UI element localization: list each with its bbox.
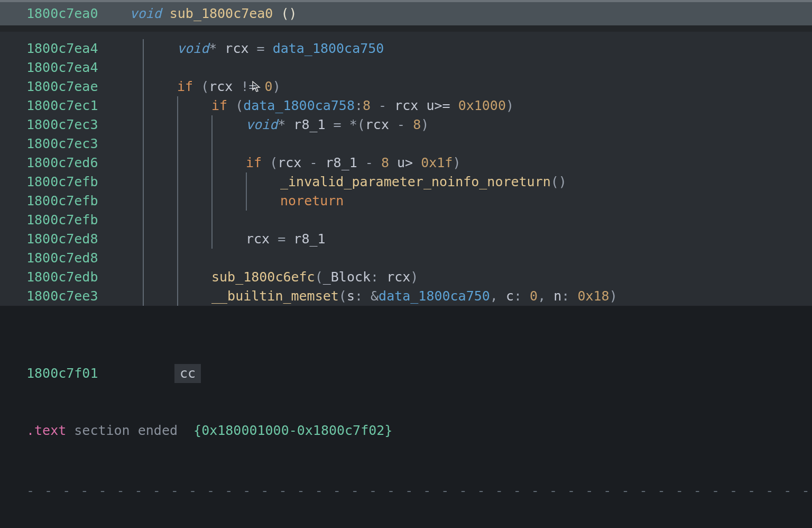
code-line[interactable]: 1800c7ea4 xyxy=(26,58,812,77)
token: data_1800ca750 xyxy=(273,41,384,56)
token: ) xyxy=(453,155,460,170)
code-line[interactable]: 1800c7efb xyxy=(26,211,812,230)
decompile-view[interactable]: 1800c7ea4void* rcx = data_1800ca7501800c… xyxy=(0,32,812,306)
section-end-line: .text section ended {0x180001000-0x1800c… xyxy=(26,421,812,440)
token: ) xyxy=(421,117,429,132)
code-line[interactable]: 1800c7ed8 xyxy=(26,249,812,268)
address: 1800c7ea4 xyxy=(26,58,116,77)
code-line[interactable]: 1800c7edbsub_1800c6efc(_Block: rcx) xyxy=(26,268,812,287)
token: 0 xyxy=(530,288,538,304)
function-name[interactable]: sub_1800c7ea0 xyxy=(170,6,273,21)
token: rcx xyxy=(365,117,397,132)
token: ( xyxy=(193,79,209,94)
code-line[interactable]: 1800c7ec3void* r8_1 = *(rcx - 8) xyxy=(26,115,812,134)
address: 1800c7ed6 xyxy=(26,153,116,172)
code-line[interactable]: 1800c7ed8rcx = r8_1 xyxy=(26,230,812,249)
token: r8_1 xyxy=(326,155,365,170)
code-line[interactable]: 1800c7ee3__builtin_memset(s: &data_1800c… xyxy=(26,287,812,306)
address: 1800c7ed8 xyxy=(26,230,116,249)
token: r8_1 xyxy=(293,117,333,132)
token: - xyxy=(309,155,325,170)
token: = *( xyxy=(334,117,365,132)
token: _Block xyxy=(323,269,371,285)
token: : & xyxy=(355,288,379,304)
token: : xyxy=(355,98,363,113)
address: 1800c7ec3 xyxy=(26,134,116,153)
token: sub_1800c6efc xyxy=(211,269,315,285)
token: ( xyxy=(262,155,278,170)
code-cell: sub_1800c6efc(_Block: rcx) xyxy=(143,268,812,287)
token: - xyxy=(365,155,381,170)
token: ) xyxy=(273,79,281,94)
token: data_1800ca750 xyxy=(379,288,490,304)
token: 0x1000 xyxy=(458,98,506,113)
token: 0x1f xyxy=(421,155,453,170)
token: rcx xyxy=(394,98,426,113)
token: ( xyxy=(339,288,347,304)
code-line[interactable]: 1800c7ea4void* rcx = data_1800ca750 xyxy=(26,39,812,58)
token: : xyxy=(371,269,386,285)
code-cell xyxy=(143,58,812,77)
token: ) xyxy=(610,288,617,304)
token: * xyxy=(209,41,225,56)
address: 1800c7ed8 xyxy=(26,249,116,268)
code-line[interactable]: 1800c7efbnoreturn xyxy=(26,192,812,211)
token: rcx xyxy=(386,269,410,285)
token: : xyxy=(561,288,577,304)
code-line[interactable]: 1800c7ed6if (rcx - r8_1 - 8 u> 0x1f) xyxy=(26,153,812,172)
code-cell: _invalid_parameter_noinfo_noreturn() xyxy=(143,172,812,192)
code-cell: void* r8_1 = *(rcx - 8) xyxy=(143,115,812,134)
address: 1800c7ec3 xyxy=(26,115,116,134)
address: 1800c7ee3 xyxy=(26,287,116,306)
token: u> xyxy=(389,155,421,170)
token: void xyxy=(177,41,209,56)
token: ) xyxy=(506,98,514,113)
return-type: void xyxy=(130,6,161,21)
code-cell: rcx = r8_1 xyxy=(143,230,812,249)
token: 8 xyxy=(413,117,421,132)
token: noreturn xyxy=(280,193,344,208)
token: s xyxy=(347,288,355,304)
code-line[interactable]: 1800c7ec3 xyxy=(26,134,812,153)
address: 1800c7efb xyxy=(26,211,116,230)
code-cell xyxy=(143,211,812,230)
code-cell xyxy=(143,134,812,153)
token: rcx xyxy=(278,155,309,170)
code-cell: if (rcx != 0) xyxy=(143,77,812,96)
address: 1800c7ea4 xyxy=(26,39,116,58)
opcode-byte: cc xyxy=(174,364,201,383)
code-cell: void* rcx = data_1800ca750 xyxy=(143,39,812,58)
token: data_1800ca758 xyxy=(243,98,355,113)
token: () xyxy=(551,174,567,189)
code-cell: if (rcx - r8_1 - 8 u> 0x1f) xyxy=(143,153,812,172)
token: ) xyxy=(410,269,418,285)
token: = xyxy=(278,231,293,247)
address: 1800c7ec1 xyxy=(26,96,116,115)
token: __builtin_memset xyxy=(211,288,339,304)
code-line[interactable]: 1800c7eaeif (rcx != 0) xyxy=(26,77,812,96)
token: , xyxy=(538,288,553,304)
code-cell: if (data_1800ca758:8 - rcx u>= 0x1000) xyxy=(143,96,812,115)
token: c xyxy=(506,288,514,304)
code-cell: __builtin_memset(s: &data_1800ca750, c: … xyxy=(143,287,812,306)
token: if xyxy=(246,155,262,170)
paren: () xyxy=(281,6,297,21)
token: , xyxy=(490,288,506,304)
token: 8 xyxy=(363,98,371,113)
function-header[interactable]: 1800c7ea0 void sub_1800c7ea0 () xyxy=(0,0,812,32)
token: n xyxy=(553,288,561,304)
token: rcx xyxy=(225,41,256,56)
code-line[interactable]: 1800c7ec1if (data_1800ca758:8 - rcx u>= … xyxy=(26,96,812,115)
code-line[interactable]: 1800c7efb_invalid_parameter_noinfo_noret… xyxy=(26,172,812,192)
address: 1800c7efb xyxy=(26,192,116,211)
token: 0 xyxy=(265,79,273,94)
token: r8_1 xyxy=(293,231,325,247)
token: : xyxy=(514,288,530,304)
token: != xyxy=(241,79,264,94)
linear-view[interactable]: 1800c7f01 cc .text section ended {0x1800… xyxy=(0,321,812,528)
token: - xyxy=(371,98,394,113)
token: = xyxy=(257,41,273,56)
address: 1800c7f01 xyxy=(26,364,116,383)
header-address: 1800c7ea0 xyxy=(26,4,98,23)
token: 8 xyxy=(381,155,389,170)
